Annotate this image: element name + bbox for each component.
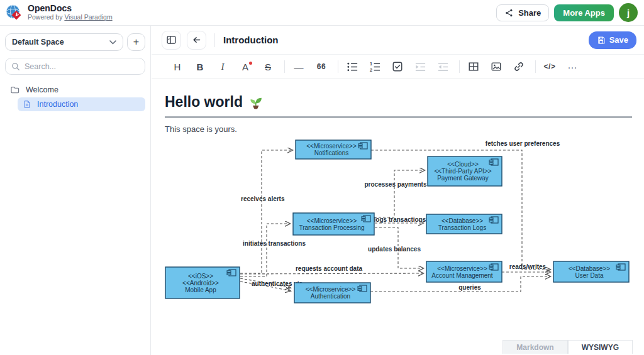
diagram-node-account-management[interactable]: <<Microservice>>Account Management <box>426 261 502 282</box>
back-button[interactable] <box>187 31 206 50</box>
more-apps-button[interactable]: More Apps <box>554 4 614 21</box>
topbar: OpenDocs Powered by Visual Paradigm Shar… <box>0 0 644 26</box>
sidebar-item-introduction[interactable]: Introduction <box>18 97 145 111</box>
node-label: Notifications <box>314 150 348 156</box>
tab-wysiwyg[interactable]: WYSIWYG <box>568 340 633 354</box>
more-button[interactable]: ··· <box>564 58 580 75</box>
node-label: <<Third-Party API>> <box>434 168 491 175</box>
editor-content[interactable]: Hello world This space is yours. receive… <box>152 79 644 355</box>
bullet-list-button[interactable] <box>344 58 360 75</box>
diagram-node-transaction-processing[interactable]: <<Microservice>>Transaction Processing <box>293 213 374 235</box>
diagram-edge <box>240 273 423 274</box>
node-label: Mobile App <box>185 287 216 293</box>
font-color-icon: A <box>242 62 248 72</box>
blockquote-button[interactable]: 66 <box>313 58 330 75</box>
edge-label: reads/writes <box>509 263 547 270</box>
bullet-list-icon <box>347 61 358 73</box>
edge-label: receives alerts <box>241 195 285 202</box>
editor-toolbar: HBIAS—6612</>··· <box>152 55 644 79</box>
horizontal-rule-button[interactable]: — <box>291 58 307 75</box>
link-button[interactable] <box>511 58 527 75</box>
page-title: Introduction <box>223 35 278 45</box>
bold-icon: B <box>197 62 204 72</box>
diagram-edge <box>240 224 290 276</box>
outdent-button <box>435 58 451 75</box>
diagram-node-user-data[interactable]: <<Database>>User Data <box>553 261 629 282</box>
toolbar-divider <box>535 60 536 73</box>
doc-header: Introduction Save <box>152 26 644 55</box>
image-icon <box>491 61 502 72</box>
task-list-icon <box>392 61 403 72</box>
powered-by: Powered by Visual Paradigm <box>28 14 113 21</box>
diagram-node-payment-gateway[interactable]: <<Cloud>><<Third-Party API>>Payment Gate… <box>428 156 502 186</box>
code-icon: </> <box>544 62 556 71</box>
save-button[interactable]: Save <box>589 31 636 49</box>
edge-label: queries <box>458 284 481 291</box>
table-button[interactable] <box>465 58 482 75</box>
diagram-node-transaction-logs[interactable]: <<Database>>Transaction Logs <box>426 214 502 234</box>
outdent-icon <box>437 61 449 73</box>
app-name: OpenDocs <box>28 4 113 13</box>
toolbar-divider <box>338 60 338 73</box>
node-label: Account Management <box>431 272 493 279</box>
edge-label: initiates transactions <box>243 240 306 247</box>
italic-button[interactable]: I <box>214 58 231 75</box>
tree-item-label: Welcome <box>26 85 58 94</box>
node-label: <<Database>> <box>441 217 483 224</box>
add-page-button[interactable]: + <box>127 33 145 51</box>
node-label: <<iOS>> <box>188 273 213 280</box>
editor-mode-tabs: MarkdownWYSIWYG <box>502 340 633 354</box>
document-icon <box>23 100 31 109</box>
toggle-sidebar-button[interactable] <box>162 31 181 50</box>
diagram-node-mobile-app[interactable]: <<iOS>><<Android>>Mobile App <box>165 267 240 298</box>
heading-button[interactable]: H <box>169 58 186 75</box>
indent-icon <box>414 61 426 73</box>
seedling-icon <box>248 94 264 110</box>
search-box[interactable] <box>5 58 145 75</box>
node-label: <<Cloud>> <box>447 161 479 168</box>
header-divider <box>214 33 215 47</box>
node-label: Authentication <box>311 293 350 300</box>
diagram-node-authentication[interactable]: <<Microservice>>Authentication <box>294 283 370 303</box>
component-diagram: receives alertsinitiates transactionsreq… <box>158 133 642 321</box>
node-label: Transaction Processing <box>299 224 364 231</box>
share-button[interactable]: Share <box>496 4 549 21</box>
more-icon: ··· <box>568 62 577 72</box>
arrow-left-icon <box>191 35 202 45</box>
strikethrough-icon: S <box>265 62 271 72</box>
main-area: Introduction Save HBIAS—6612</>··· Hello… <box>152 26 644 355</box>
task-list-button[interactable] <box>389 58 406 75</box>
chevron-down-icon <box>109 40 116 45</box>
panel-icon <box>166 35 177 45</box>
diagram-edge <box>240 150 292 273</box>
app-logo: OpenDocs Powered by Visual Paradigm <box>5 4 113 21</box>
search-input[interactable] <box>25 62 139 71</box>
share-icon <box>504 8 514 18</box>
strikethrough-button[interactable]: S <box>260 58 276 75</box>
bold-button[interactable]: B <box>192 58 208 75</box>
visual-paradigm-link[interactable]: Visual Paradigm <box>64 13 112 21</box>
svg-text:2: 2 <box>369 68 372 73</box>
heading-rule <box>165 116 632 118</box>
node-label: <<Microservice>> <box>307 217 357 224</box>
code-button[interactable]: </> <box>541 58 558 75</box>
font-color-button[interactable]: A <box>237 58 253 75</box>
tab-markdown[interactable]: Markdown <box>502 340 567 354</box>
numbered-list-button[interactable]: 12 <box>367 58 383 75</box>
edge-label: requests account data <box>296 265 363 272</box>
page-tree: WelcomeIntroduction <box>0 82 150 112</box>
node-label: User Data <box>575 272 603 279</box>
diagram-node-notifications[interactable]: <<Microservice>>Notifications <box>296 140 371 159</box>
user-avatar[interactable]: j <box>619 3 638 22</box>
space-selector[interactable]: Default Space <box>5 33 123 51</box>
node-label: <<Database>> <box>569 265 610 272</box>
edge-label: logs transactions <box>374 216 426 223</box>
sidebar-item-welcome[interactable]: Welcome <box>5 83 145 97</box>
save-icon <box>597 36 606 45</box>
node-label: <<Android>> <box>182 280 219 287</box>
search-icon <box>11 62 20 71</box>
node-label: Transaction Logs <box>438 224 486 231</box>
image-button[interactable] <box>488 58 504 75</box>
edge-label: processes payments <box>365 181 427 188</box>
heading-icon: H <box>174 62 181 72</box>
